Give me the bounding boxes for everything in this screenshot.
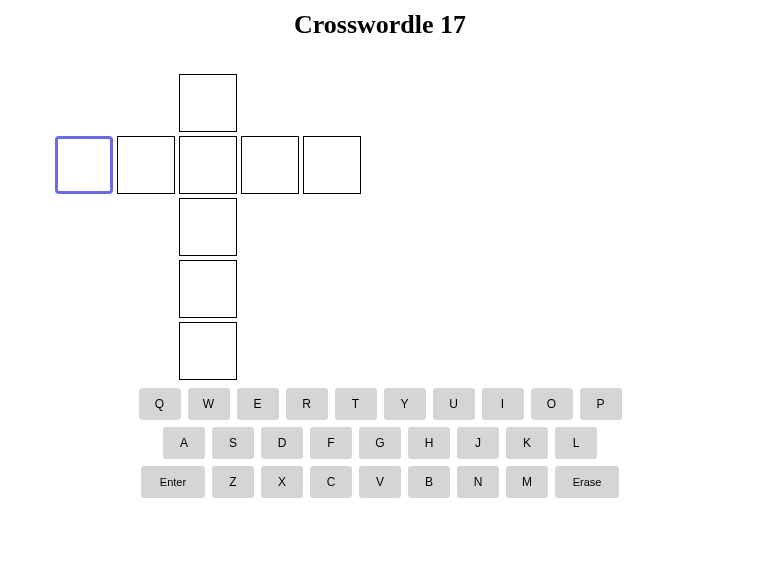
key-s[interactable]: S <box>212 427 254 459</box>
grid-cell-v4[interactable] <box>179 322 237 380</box>
key-d[interactable]: D <box>261 427 303 459</box>
enter-key[interactable]: Enter <box>141 466 205 498</box>
grid-cell-h4[interactable] <box>303 136 361 194</box>
key-j[interactable]: J <box>457 427 499 459</box>
key-i[interactable]: I <box>482 388 524 420</box>
key-q[interactable]: Q <box>139 388 181 420</box>
key-y[interactable]: Y <box>384 388 426 420</box>
grid-cell-v0[interactable] <box>179 74 237 132</box>
key-m[interactable]: M <box>506 466 548 498</box>
key-a[interactable]: A <box>163 427 205 459</box>
grid-cell-h3[interactable] <box>241 136 299 194</box>
key-g[interactable]: G <box>359 427 401 459</box>
key-o[interactable]: O <box>531 388 573 420</box>
key-c[interactable]: C <box>310 466 352 498</box>
grid-cell-h2[interactable] <box>179 136 237 194</box>
key-v[interactable]: V <box>359 466 401 498</box>
key-h[interactable]: H <box>408 427 450 459</box>
key-f[interactable]: F <box>310 427 352 459</box>
grid-cell-v2[interactable] <box>179 198 237 256</box>
key-r[interactable]: R <box>286 388 328 420</box>
key-k[interactable]: K <box>506 427 548 459</box>
key-b[interactable]: B <box>408 466 450 498</box>
keyboard-row-1: ASDFGHJKL <box>120 427 640 459</box>
grid-cell-h1[interactable] <box>117 136 175 194</box>
grid-cell-h0[interactable] <box>55 136 113 194</box>
keyboard-row-0: QWERTYUIOP <box>120 388 640 420</box>
key-w[interactable]: W <box>188 388 230 420</box>
key-n[interactable]: N <box>457 466 499 498</box>
crossword-grid <box>0 58 760 388</box>
virtual-keyboard: QWERTYUIOPASDFGHJKLEnterZXCVBNMErase <box>120 388 640 498</box>
page-title: Crosswordle 17 <box>0 10 760 40</box>
erase-key[interactable]: Erase <box>555 466 619 498</box>
key-z[interactable]: Z <box>212 466 254 498</box>
key-l[interactable]: L <box>555 427 597 459</box>
key-e[interactable]: E <box>237 388 279 420</box>
keyboard-row-2: EnterZXCVBNMErase <box>120 466 640 498</box>
key-x[interactable]: X <box>261 466 303 498</box>
grid-cell-v3[interactable] <box>179 260 237 318</box>
key-t[interactable]: T <box>335 388 377 420</box>
key-u[interactable]: U <box>433 388 475 420</box>
key-p[interactable]: P <box>580 388 622 420</box>
